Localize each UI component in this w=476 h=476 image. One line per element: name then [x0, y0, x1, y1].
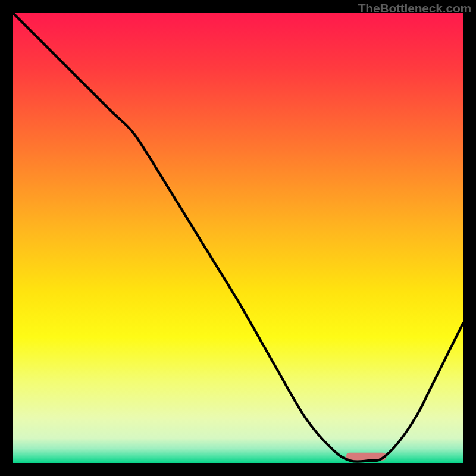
curve-overlay [13, 13, 463, 463]
chart-frame: TheBottleneck.com [0, 0, 476, 476]
plot-area [13, 13, 463, 463]
bottleneck-curve [13, 13, 463, 462]
